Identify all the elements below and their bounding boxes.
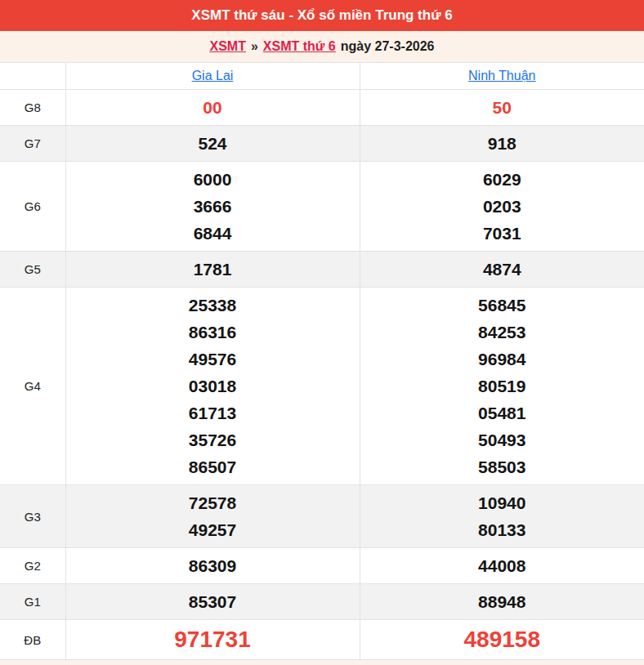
result-number: 3666 [66, 193, 360, 220]
result-number: 58503 [360, 453, 644, 480]
column-header-ninh-thuan: Ninh Thuận [360, 63, 644, 90]
prize-label: ĐB [0, 620, 65, 660]
result-number: 10940 [360, 489, 644, 516]
result-number: 84253 [360, 319, 644, 346]
result-number: 88948 [360, 588, 644, 615]
result-number: 524 [66, 130, 360, 157]
result-cell: 88948 [360, 584, 644, 620]
result-number: 918 [360, 130, 644, 157]
result-number: 489158 [360, 625, 644, 654]
result-number: 7031 [360, 220, 644, 247]
result-number: 96984 [360, 346, 644, 373]
prize-row-g2: G28630944008 [0, 548, 644, 584]
result-number: 61713 [66, 399, 360, 426]
prize-row-g1: G18530788948 [0, 584, 644, 620]
result-number: 50 [360, 94, 644, 121]
result-number: 05481 [360, 399, 644, 426]
result-cell: 4874 [360, 252, 644, 288]
prize-row-g3: G372578492571094080133 [0, 485, 644, 548]
prize-label: G6 [0, 162, 65, 252]
prize-label: G2 [0, 548, 65, 584]
result-number: 6844 [66, 220, 360, 247]
prize-row-g6: G6600036666844602902037031 [0, 162, 644, 252]
prize-row-đb: ĐB971731489158 [0, 620, 644, 660]
prize-label: G4 [0, 288, 65, 485]
result-number: 35726 [66, 426, 360, 453]
result-number: 86309 [66, 552, 360, 579]
result-cell: 85307 [65, 584, 360, 620]
prize-label: G5 [0, 252, 65, 288]
result-number: 56845 [360, 292, 644, 319]
prize-label: G1 [0, 584, 65, 620]
result-number: 1781 [66, 256, 360, 283]
result-cell: 56845842539698480519054815049358503 [360, 288, 644, 485]
result-number: 50493 [360, 426, 644, 453]
result-number: 49576 [66, 346, 360, 373]
result-number: 00 [66, 94, 360, 121]
prize-row-g4: G425338863164957603018617133572686507568… [0, 288, 644, 485]
result-number: 72578 [66, 489, 360, 516]
result-number: 49257 [66, 516, 360, 543]
column-link-gia-lai[interactable]: Gia Lai [192, 69, 234, 83]
breadcrumb-date: ngày 27-3-2026 [341, 39, 435, 54]
result-number: 03018 [66, 373, 360, 399]
result-number: 86316 [66, 319, 360, 346]
result-number: 86507 [66, 453, 360, 480]
breadcrumb-separator: » [251, 39, 258, 54]
result-cell: 50 [360, 90, 644, 126]
result-number: 80519 [360, 373, 644, 399]
result-cell: 1781 [65, 252, 360, 288]
result-number: 6000 [66, 166, 360, 193]
result-number: 80133 [360, 516, 644, 543]
result-cell: 25338863164957603018617133572686507 [65, 288, 360, 485]
column-header-row: Gia Lai Ninh Thuận [0, 63, 644, 90]
breadcrumb: XSMT » XSMT thứ 6 ngày 27-3-2026 [0, 31, 644, 62]
page-title: XSMT thứ sáu - Xổ số miền Trung thứ 6 [191, 7, 452, 24]
result-number: 6029 [360, 166, 644, 193]
result-cell: 602902037031 [360, 162, 644, 252]
column-header-gia-lai: Gia Lai [65, 63, 360, 90]
prize-label: G7 [0, 126, 65, 162]
result-number: 0203 [360, 193, 644, 220]
result-cell: 600036666844 [65, 162, 360, 252]
result-cell: 00 [65, 90, 360, 126]
result-cell: 918 [360, 126, 644, 162]
result-number: 44008 [360, 552, 644, 579]
column-link-ninh-thuan[interactable]: Ninh Thuận [468, 69, 535, 83]
prize-label: G8 [0, 90, 65, 126]
prize-label: G3 [0, 485, 65, 548]
result-number: 4874 [360, 256, 644, 283]
result-cell: 524 [65, 126, 360, 162]
result-number: 85307 [66, 588, 360, 615]
breadcrumb-link-xsmt[interactable]: XSMT [209, 39, 245, 54]
result-number: 971731 [66, 625, 360, 654]
page-titlebar: XSMT thứ sáu - Xổ số miền Trung thứ 6 [0, 0, 644, 31]
result-cell: 489158 [360, 620, 644, 660]
result-cell: 44008 [360, 548, 644, 584]
corner-cell [0, 63, 65, 90]
result-cell: 7257849257 [65, 485, 360, 548]
breadcrumb-link-xsmt-thu-6[interactable]: XSMT thứ 6 [263, 39, 336, 54]
result-cell: 1094080133 [360, 485, 644, 548]
result-cell: 86309 [65, 548, 360, 584]
prize-row-g8: G80050 [0, 90, 644, 126]
prize-row-g7: G7524918 [0, 126, 644, 162]
results-table: Gia Lai Ninh Thuận G80050G7524918G660003… [0, 62, 644, 660]
result-number: 25338 [66, 292, 360, 319]
result-cell: 971731 [65, 620, 360, 660]
prize-row-g5: G517814874 [0, 252, 644, 288]
